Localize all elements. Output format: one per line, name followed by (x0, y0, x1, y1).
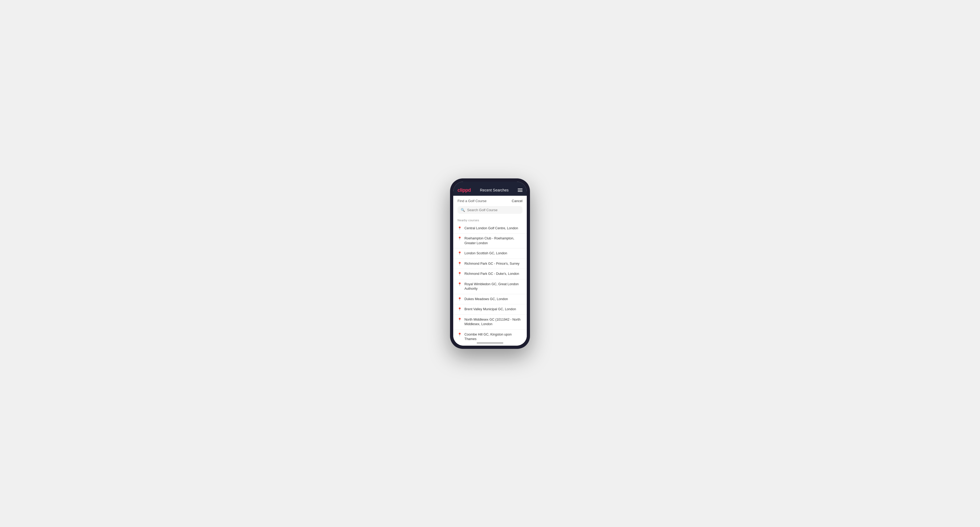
list-item[interactable]: 📍 Richmond Park GC - Duke's, London (453, 269, 527, 279)
find-golf-course-title: Find a Golf Course (458, 199, 487, 203)
pin-icon: 📍 (458, 237, 462, 240)
pin-icon: 📍 (458, 251, 462, 256)
pin-icon: 📍 (458, 262, 462, 266)
content-area: Find a Golf Course Cancel 🔍 Nearby cours… (453, 196, 527, 341)
pin-icon: 📍 (458, 226, 462, 230)
pin-icon: 📍 (458, 307, 462, 311)
course-name: Coombe Hill GC, Kingston upon Thames (465, 332, 522, 341)
pin-icon: 📍 (458, 318, 462, 322)
search-bar-wrapper: 🔍 (453, 205, 527, 216)
course-name: London Scottish GC, London (465, 251, 508, 256)
search-icon: 🔍 (461, 208, 465, 212)
pin-icon: 📍 (458, 297, 462, 301)
course-name: Richmond Park GC - Duke's, London (465, 271, 519, 276)
pin-icon: 📍 (458, 333, 462, 337)
list-item[interactable]: 📍 Brent Valley Municipal GC, London (453, 305, 527, 315)
home-bar (477, 343, 503, 343)
course-name: Brent Valley Municipal GC, London (465, 307, 516, 312)
nav-title: Recent Searches (480, 188, 508, 192)
search-input[interactable] (467, 208, 519, 212)
find-header: Find a Golf Course Cancel (453, 196, 527, 205)
list-item[interactable]: 📍 Richmond Park GC - Prince's, Surrey (453, 259, 527, 269)
course-name: Royal Wimbledon GC, Great London Authori… (465, 282, 522, 291)
nearby-courses-label: Nearby courses (453, 216, 527, 224)
course-name: Roehampton Club - Roehampton, Greater Lo… (465, 236, 522, 246)
list-item[interactable]: 📍 North Middlesex GC (1011942 - North Mi… (453, 315, 527, 330)
status-bar (453, 182, 527, 185)
search-bar[interactable]: 🔍 (458, 206, 522, 214)
list-item[interactable]: 📍 London Scottish GC, London (453, 248, 527, 259)
phone-frame: clippd Recent Searches Find a Golf Cours… (450, 178, 530, 349)
course-name: Dukes Meadows GC, London (465, 297, 508, 302)
phone-screen: clippd Recent Searches Find a Golf Cours… (453, 182, 527, 346)
course-name: Central London Golf Centre, London (465, 226, 518, 231)
pin-icon: 📍 (458, 282, 462, 286)
pin-icon: 📍 (458, 272, 462, 276)
cancel-button[interactable]: Cancel (512, 199, 522, 203)
list-item[interactable]: 📍 Coombe Hill GC, Kingston upon Thames (453, 330, 527, 341)
home-indicator (453, 341, 527, 346)
nav-bar: clippd Recent Searches (453, 185, 527, 196)
course-name: North Middlesex GC (1011942 - North Midd… (465, 317, 522, 327)
list-item[interactable]: 📍 Central London Golf Centre, London (453, 224, 527, 234)
app-logo: clippd (458, 187, 471, 193)
list-item[interactable]: 📍 Royal Wimbledon GC, Great London Autho… (453, 279, 527, 294)
course-name: Richmond Park GC - Prince's, Surrey (465, 262, 520, 266)
list-item[interactable]: 📍 Dukes Meadows GC, London (453, 294, 527, 305)
list-item[interactable]: 📍 Roehampton Club - Roehampton, Greater … (453, 233, 527, 248)
menu-icon[interactable] (518, 189, 522, 192)
course-list: 📍 Central London Golf Centre, London 📍 R… (453, 224, 527, 341)
